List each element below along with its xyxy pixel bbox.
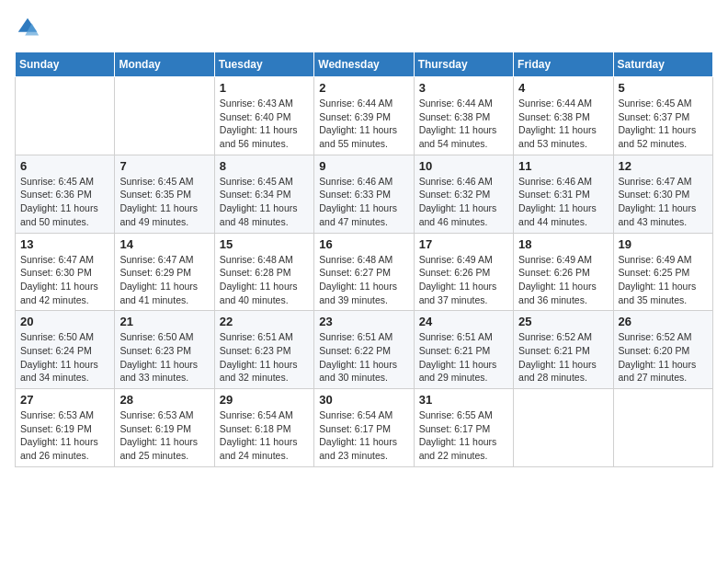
weekday-header-monday: Monday (115, 52, 214, 77)
calendar-cell: 23Sunrise: 6:51 AMSunset: 6:22 PMDayligh… (314, 311, 414, 389)
calendar-cell: 4Sunrise: 6:44 AMSunset: 6:38 PMDaylight… (514, 77, 613, 155)
day-info: Sunrise: 6:55 AMSunset: 6:17 PMDaylight:… (419, 408, 508, 463)
day-number: 7 (119, 159, 209, 173)
day-number: 22 (220, 315, 309, 328)
day-number: 2 (319, 81, 408, 95)
calendar-cell: 22Sunrise: 6:51 AMSunset: 6:23 PMDayligh… (214, 311, 313, 389)
calendar-week-row: 1Sunrise: 6:43 AMSunset: 6:40 PMDaylight… (16, 77, 713, 155)
day-number: 20 (20, 315, 109, 328)
calendar-cell (613, 389, 712, 467)
calendar-cell: 18Sunrise: 6:49 AMSunset: 6:26 PMDayligh… (514, 233, 613, 311)
day-info: Sunrise: 6:45 AMSunset: 6:34 PMDaylight:… (220, 175, 309, 229)
calendar-cell (115, 77, 214, 155)
day-number: 14 (119, 237, 209, 251)
day-info: Sunrise: 6:51 AMSunset: 6:21 PMDaylight:… (419, 330, 508, 385)
day-info: Sunrise: 6:46 AMSunset: 6:31 PMDaylight:… (518, 175, 608, 229)
calendar-week-row: 13Sunrise: 6:47 AMSunset: 6:30 PMDayligh… (16, 233, 713, 311)
day-number: 8 (220, 159, 309, 173)
day-number: 28 (119, 393, 209, 407)
day-info: Sunrise: 6:44 AMSunset: 6:38 PMDaylight:… (518, 97, 608, 151)
day-number: 19 (619, 237, 708, 251)
day-number: 3 (419, 81, 508, 95)
day-number: 10 (419, 159, 508, 173)
day-info: Sunrise: 6:45 AMSunset: 6:36 PMDaylight:… (20, 175, 109, 229)
weekday-header-friday: Friday (514, 52, 613, 77)
day-info: Sunrise: 6:49 AMSunset: 6:26 PMDaylight:… (419, 253, 508, 307)
day-info: Sunrise: 6:47 AMSunset: 6:30 PMDaylight:… (20, 253, 109, 307)
day-number: 1 (220, 81, 309, 95)
day-number: 15 (220, 237, 309, 251)
calendar-cell: 2Sunrise: 6:44 AMSunset: 6:39 PMDaylight… (314, 77, 414, 155)
weekday-header-sunday: Sunday (16, 52, 115, 77)
weekday-header-thursday: Thursday (414, 52, 513, 77)
day-info: Sunrise: 6:53 AMSunset: 6:19 PMDaylight:… (20, 408, 109, 463)
day-number: 11 (518, 159, 608, 173)
day-info: Sunrise: 6:47 AMSunset: 6:29 PMDaylight:… (119, 253, 209, 307)
logo (15, 15, 44, 40)
calendar-cell: 16Sunrise: 6:48 AMSunset: 6:27 PMDayligh… (314, 233, 414, 311)
day-info: Sunrise: 6:54 AMSunset: 6:18 PMDaylight:… (220, 408, 309, 463)
calendar-week-row: 6Sunrise: 6:45 AMSunset: 6:36 PMDaylight… (16, 155, 713, 233)
calendar-cell: 11Sunrise: 6:46 AMSunset: 6:31 PMDayligh… (514, 155, 613, 233)
day-info: Sunrise: 6:49 AMSunset: 6:26 PMDaylight:… (518, 253, 608, 307)
day-number: 27 (20, 393, 109, 407)
day-info: Sunrise: 6:43 AMSunset: 6:40 PMDaylight:… (220, 97, 309, 151)
weekday-header-saturday: Saturday (613, 52, 712, 77)
day-info: Sunrise: 6:50 AMSunset: 6:24 PMDaylight:… (20, 330, 109, 385)
calendar-cell: 25Sunrise: 6:52 AMSunset: 6:21 PMDayligh… (514, 311, 613, 389)
calendar-cell: 6Sunrise: 6:45 AMSunset: 6:36 PMDaylight… (16, 155, 115, 233)
day-number: 26 (619, 315, 708, 328)
day-info: Sunrise: 6:54 AMSunset: 6:17 PMDaylight:… (319, 408, 408, 463)
calendar-cell: 10Sunrise: 6:46 AMSunset: 6:32 PMDayligh… (414, 155, 513, 233)
day-info: Sunrise: 6:44 AMSunset: 6:39 PMDaylight:… (319, 97, 408, 151)
calendar-cell: 26Sunrise: 6:52 AMSunset: 6:20 PMDayligh… (613, 311, 712, 389)
day-info: Sunrise: 6:52 AMSunset: 6:20 PMDaylight:… (619, 330, 708, 385)
calendar-cell: 15Sunrise: 6:48 AMSunset: 6:28 PMDayligh… (214, 233, 313, 311)
calendar-cell: 14Sunrise: 6:47 AMSunset: 6:29 PMDayligh… (115, 233, 214, 311)
day-number: 4 (518, 81, 608, 95)
calendar-cell (16, 77, 115, 155)
calendar-cell: 9Sunrise: 6:46 AMSunset: 6:33 PMDaylight… (314, 155, 414, 233)
day-number: 24 (419, 315, 508, 328)
calendar-week-row: 27Sunrise: 6:53 AMSunset: 6:19 PMDayligh… (16, 389, 713, 467)
weekday-header-tuesday: Tuesday (214, 52, 313, 77)
calendar-cell: 8Sunrise: 6:45 AMSunset: 6:34 PMDaylight… (214, 155, 313, 233)
calendar-cell: 31Sunrise: 6:55 AMSunset: 6:17 PMDayligh… (414, 389, 513, 467)
day-info: Sunrise: 6:52 AMSunset: 6:21 PMDaylight:… (518, 330, 608, 385)
day-info: Sunrise: 6:51 AMSunset: 6:22 PMDaylight:… (319, 330, 408, 385)
calendar-cell: 24Sunrise: 6:51 AMSunset: 6:21 PMDayligh… (414, 311, 513, 389)
day-number: 5 (619, 81, 708, 95)
calendar-cell: 17Sunrise: 6:49 AMSunset: 6:26 PMDayligh… (414, 233, 513, 311)
day-number: 29 (220, 393, 309, 407)
calendar-cell (514, 389, 613, 467)
day-number: 12 (619, 159, 708, 173)
calendar-cell: 30Sunrise: 6:54 AMSunset: 6:17 PMDayligh… (314, 389, 414, 467)
day-number: 9 (319, 159, 408, 173)
day-info: Sunrise: 6:46 AMSunset: 6:32 PMDaylight:… (419, 175, 508, 229)
day-info: Sunrise: 6:47 AMSunset: 6:30 PMDaylight:… (619, 175, 708, 229)
calendar-cell: 29Sunrise: 6:54 AMSunset: 6:18 PMDayligh… (214, 389, 313, 467)
calendar-cell: 12Sunrise: 6:47 AMSunset: 6:30 PMDayligh… (613, 155, 712, 233)
day-info: Sunrise: 6:49 AMSunset: 6:25 PMDaylight:… (619, 253, 708, 307)
calendar-cell: 28Sunrise: 6:53 AMSunset: 6:19 PMDayligh… (115, 389, 214, 467)
calendar-cell: 7Sunrise: 6:45 AMSunset: 6:35 PMDaylight… (115, 155, 214, 233)
day-number: 31 (419, 393, 508, 407)
day-number: 25 (518, 315, 608, 328)
calendar-cell: 27Sunrise: 6:53 AMSunset: 6:19 PMDayligh… (16, 389, 115, 467)
day-number: 13 (20, 237, 109, 251)
day-info: Sunrise: 6:48 AMSunset: 6:28 PMDaylight:… (220, 253, 309, 307)
calendar-cell: 5Sunrise: 6:45 AMSunset: 6:37 PMDaylight… (613, 77, 712, 155)
day-info: Sunrise: 6:45 AMSunset: 6:35 PMDaylight:… (119, 175, 209, 229)
calendar-cell: 20Sunrise: 6:50 AMSunset: 6:24 PMDayligh… (16, 311, 115, 389)
calendar-cell: 13Sunrise: 6:47 AMSunset: 6:30 PMDayligh… (16, 233, 115, 311)
day-number: 21 (119, 315, 209, 328)
day-number: 18 (518, 237, 608, 251)
day-info: Sunrise: 6:44 AMSunset: 6:38 PMDaylight:… (419, 97, 508, 151)
day-info: Sunrise: 6:48 AMSunset: 6:27 PMDaylight:… (319, 253, 408, 307)
weekday-header-row: SundayMondayTuesdayWednesdayThursdayFrid… (16, 52, 713, 77)
calendar-table: SundayMondayTuesdayWednesdayThursdayFrid… (15, 52, 713, 467)
day-info: Sunrise: 6:45 AMSunset: 6:37 PMDaylight:… (619, 97, 708, 151)
calendar-cell: 3Sunrise: 6:44 AMSunset: 6:38 PMDaylight… (414, 77, 513, 155)
day-number: 6 (20, 159, 109, 173)
day-number: 30 (319, 393, 408, 407)
